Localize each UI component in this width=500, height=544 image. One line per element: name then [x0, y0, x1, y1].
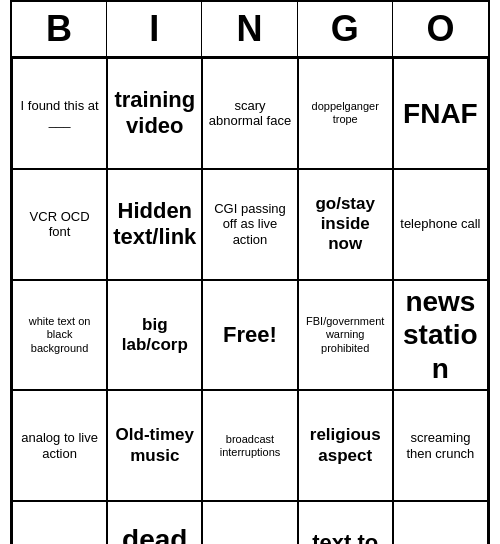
bingo-cell-11: big lab/corp: [107, 280, 202, 391]
bingo-cell-7: CGI passing off as live action: [202, 169, 297, 280]
bingo-cell-21: dead kids: [107, 501, 202, 544]
header-letter-N: N: [202, 2, 297, 56]
bingo-cell-2: scary abnormal face: [202, 58, 297, 169]
bingo-cell-9: telephone call: [393, 169, 488, 280]
bingo-cell-24: jumpscare: [393, 501, 488, 544]
bingo-cell-12: Free!: [202, 280, 297, 391]
bingo-cell-18: religious aspect: [298, 390, 393, 501]
bingo-cell-23: text to voice: [298, 501, 393, 544]
header-letter-I: I: [107, 2, 202, 56]
header-letter-B: B: [12, 2, 107, 56]
bingo-cell-20: Loud sounds: [12, 501, 107, 544]
header-letter-G: G: [298, 2, 393, 56]
bingo-cell-5: VCR OCD font: [12, 169, 107, 280]
bingo-cell-14: news station: [393, 280, 488, 391]
bingo-cell-13: FBI/government warning prohibited: [298, 280, 393, 391]
bingo-cell-8: go/stay inside now: [298, 169, 393, 280]
bingo-header: BINGO: [12, 2, 488, 58]
bingo-cell-6: Hidden text/link: [107, 169, 202, 280]
bingo-cell-15: analog to live action: [12, 390, 107, 501]
bingo-cell-19: screaming then crunch: [393, 390, 488, 501]
bingo-card: BINGO I found this at ___training videos…: [10, 0, 490, 544]
bingo-grid: I found this at ___training videoscary a…: [12, 58, 488, 544]
bingo-cell-16: Old-timey music: [107, 390, 202, 501]
bingo-cell-10: white text on black background: [12, 280, 107, 391]
bingo-cell-1: training video: [107, 58, 202, 169]
header-letter-O: O: [393, 2, 488, 56]
bingo-cell-3: doppelganger trope: [298, 58, 393, 169]
bingo-cell-17: broadcast interruptions: [202, 390, 297, 501]
bingo-cell-0: I found this at ___: [12, 58, 107, 169]
bingo-cell-4: FNAF: [393, 58, 488, 169]
bingo-cell-22: inconsistent aspect audio: [202, 501, 297, 544]
